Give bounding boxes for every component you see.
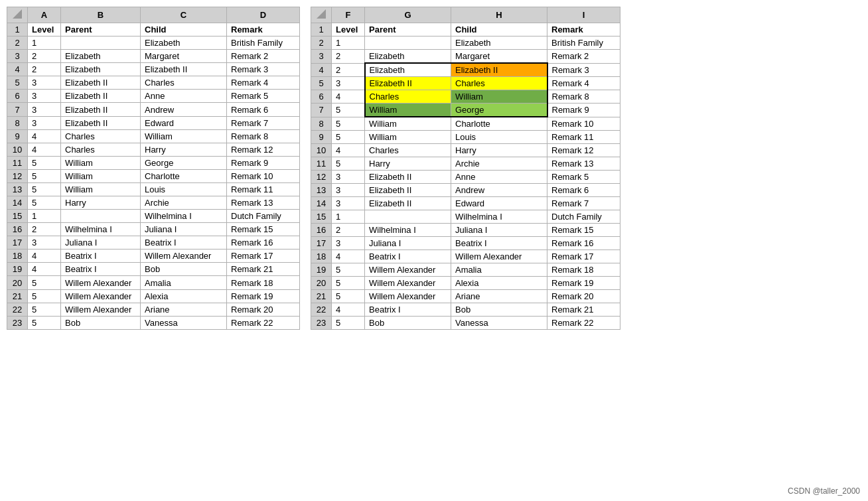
right-cell-g-22: Beatrix I (365, 303, 451, 317)
left-cell-c-23: Vanessa (141, 316, 227, 329)
row-number: 3 (7, 50, 28, 63)
left-cell-d-12: Remark 10 (227, 169, 300, 182)
left-cell-d-16: Remark 15 (227, 223, 300, 236)
left-cell-d-17: Remark 16 (227, 236, 300, 250)
row-number: 17 (7, 236, 28, 250)
left-cell-d-21: Remark 19 (227, 289, 300, 303)
right-cell-f-21: 5 (332, 290, 365, 303)
left-cell-c-14: Archie (141, 196, 227, 210)
right-cell-i-7: Remark 9 (547, 104, 620, 117)
left-cell-b-11: William (61, 156, 141, 169)
left-table-row: 63Elizabeth IIAnneRemark 5 (7, 90, 300, 103)
right-cell-i-19: Remark 18 (547, 263, 620, 277)
row-number: 19 (7, 263, 28, 276)
left-table-row: 32ElizabethMargaretRemark 2 (7, 50, 300, 63)
right-cell-f-11: 5 (332, 157, 365, 171)
left-cell-c-2: Elizabeth (141, 36, 227, 50)
left-cell-a-1: Level (28, 23, 61, 36)
right-table-row: 151Wilhelmina IDutch Family (311, 210, 620, 224)
svg-marker-1 (317, 9, 326, 19)
right-table-row: 53Elizabeth IICharlesRemark 4 (311, 77, 620, 90)
right-cell-h-22: Bob (451, 303, 547, 317)
left-table-row: 1LevelParentChildRemark (7, 23, 300, 36)
tables-container: A B C D 1LevelParentChildRemark21Elizabe… (7, 7, 620, 330)
right-cell-h-14: Edward (451, 197, 547, 210)
row-number: 20 (7, 276, 28, 289)
left-table-row: 115WilliamGeorgeRemark 9 (7, 156, 300, 169)
right-cell-f-3: 2 (332, 50, 365, 64)
right-table-row: 133Elizabeth IIAndrewRemark 6 (311, 184, 620, 197)
left-table-row: 53Elizabeth IICharlesRemark 4 (7, 76, 300, 90)
right-table-row: 224Beatrix IBobRemark 21 (311, 303, 620, 317)
left-cell-d-22: Remark 20 (227, 303, 300, 316)
right-cell-g-14: Elizabeth II (365, 197, 451, 210)
left-cell-a-23: 5 (28, 316, 61, 329)
left-cell-d-13: Remark 11 (227, 182, 300, 196)
right-table-row: 1LevelParentChildRemark (311, 23, 620, 36)
left-cell-d-23: Remark 22 (227, 316, 300, 329)
left-cell-c-19: Bob (141, 263, 227, 276)
right-table-row: 162Wilhelmina IJuliana IRemark 15 (311, 224, 620, 237)
row-number-right: 9 (311, 131, 332, 144)
right-cell-h-20: Alexia (451, 277, 547, 290)
right-cell-i-20: Remark 19 (547, 277, 620, 290)
left-cell-b-9: Charles (61, 129, 141, 143)
right-table-row: 85WilliamCharlotteRemark 10 (311, 117, 620, 131)
right-table-row: 104CharlesHarryRemark 12 (311, 144, 620, 157)
right-cell-h-11: Archie (451, 157, 547, 171)
right-cell-h-5: Charles (451, 77, 547, 90)
row-number-right: 18 (311, 250, 332, 263)
left-cell-b-10: Charles (61, 143, 141, 156)
left-table-row: 194Beatrix IBobRemark 21 (7, 263, 300, 276)
right-cell-g-11: Harry (365, 157, 451, 171)
left-cell-d-8: Remark 7 (227, 116, 300, 129)
left-cell-a-9: 4 (28, 129, 61, 143)
right-cell-i-4: Remark 3 (547, 63, 620, 77)
row-number: 1 (7, 23, 28, 36)
row-number: 18 (7, 250, 28, 263)
right-cell-f-7: 5 (332, 104, 365, 117)
right-cell-f-23: 5 (332, 317, 365, 330)
row-number: 6 (7, 90, 28, 103)
row-number: 14 (7, 196, 28, 210)
left-cell-b-8: Elizabeth II (61, 116, 141, 129)
right-cell-f-17: 3 (332, 237, 365, 250)
left-cell-c-10: Harry (141, 143, 227, 156)
left-table-row: 215Willem AlexanderAlexiaRemark 19 (7, 289, 300, 303)
row-number-right: 7 (311, 104, 332, 117)
right-cell-g-2 (365, 36, 451, 50)
right-cell-f-4: 2 (332, 63, 365, 77)
left-cell-d-4: Remark 3 (227, 63, 300, 76)
right-cell-g-8: William (365, 117, 451, 131)
right-cell-g-23: Bob (365, 317, 451, 330)
right-cell-i-21: Remark 20 (547, 290, 620, 303)
right-cell-i-17: Remark 16 (547, 237, 620, 250)
right-cell-f-13: 3 (332, 184, 365, 197)
right-cell-i-12: Remark 5 (547, 171, 620, 184)
left-cell-b-23: Bob (61, 316, 141, 329)
right-cell-i-22: Remark 21 (547, 303, 620, 317)
right-cell-i-1: Remark (547, 23, 620, 36)
right-cell-g-17: Juliana I (365, 237, 451, 250)
left-cell-a-8: 3 (28, 116, 61, 129)
right-cell-h-9: Louis (451, 131, 547, 144)
left-cell-a-17: 3 (28, 236, 61, 250)
left-table-row: 145HarryArchieRemark 13 (7, 196, 300, 210)
row-number: 2 (7, 36, 28, 50)
left-cell-d-5: Remark 4 (227, 76, 300, 90)
right-cell-i-13: Remark 6 (547, 184, 620, 197)
left-table-row: 21ElizabethBritish Family (7, 36, 300, 50)
left-table-row: 184Beatrix IWillem AlexanderRemark 17 (7, 250, 300, 263)
right-cell-f-18: 4 (332, 250, 365, 263)
right-cell-h-15: Wilhelmina I (451, 210, 547, 224)
row-number-right: 6 (311, 90, 332, 104)
left-cell-c-22: Ariane (141, 303, 227, 316)
left-cell-c-4: Elizabeth II (141, 63, 227, 76)
left-cell-b-21: Willem Alexander (61, 289, 141, 303)
left-table: A B C D 1LevelParentChildRemark21Elizabe… (7, 7, 300, 330)
left-cell-a-16: 2 (28, 223, 61, 236)
row-number-right: 13 (311, 184, 332, 197)
row-number-right: 14 (311, 197, 332, 210)
left-cell-a-12: 5 (28, 169, 61, 182)
left-cell-b-1: Parent (61, 23, 141, 36)
